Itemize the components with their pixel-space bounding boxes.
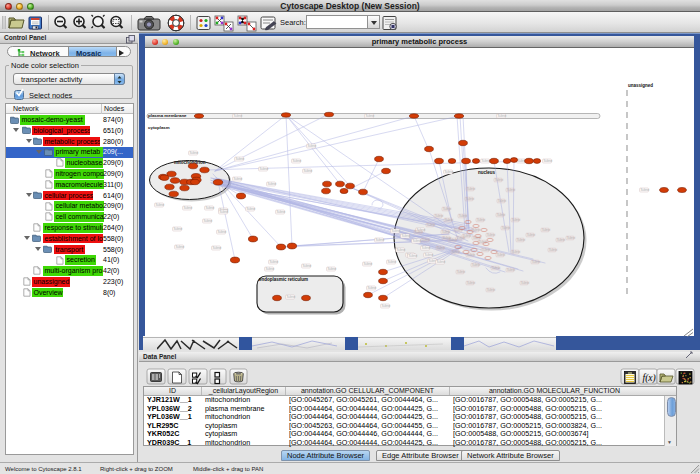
svg-text:Subnet: Subnet	[260, 167, 269, 171]
svg-text:Subnet: Subnet	[455, 228, 464, 232]
svg-text:unassigned: unassigned	[628, 83, 653, 88]
svg-text:Subnet: Subnet	[268, 182, 277, 186]
svg-text:Subnet: Subnet	[457, 270, 466, 274]
svg-text:Subnet: Subnet	[206, 206, 215, 210]
svg-text:Subnet: Subnet	[270, 260, 279, 264]
svg-text:Subnet: Subnet	[463, 234, 472, 238]
svg-text:Subnet: Subnet	[382, 304, 391, 308]
svg-text:Subnet: Subnet	[427, 223, 436, 227]
svg-text:Subnet: Subnet	[190, 151, 199, 155]
svg-text:Subnet: Subnet	[549, 248, 558, 252]
svg-text:Subnet: Subnet	[435, 214, 444, 218]
svg-text:Subnet: Subnet	[512, 218, 521, 222]
svg-text:Subnet: Subnet	[482, 159, 491, 163]
svg-text:Subnet: Subnet	[304, 169, 313, 173]
svg-text:Subnet: Subnet	[445, 218, 454, 222]
svg-text:Subnet: Subnet	[527, 233, 536, 237]
svg-text:Subnet: Subnet	[487, 288, 496, 292]
svg-text:Subnet: Subnet	[234, 177, 243, 181]
svg-text:Subnet: Subnet	[174, 227, 183, 231]
svg-text:Subnet: Subnet	[557, 238, 566, 242]
svg-text:Subnet: Subnet	[266, 267, 275, 271]
svg-text:Subnet: Subnet	[567, 236, 576, 240]
svg-text:Subnet: Subnet	[495, 178, 504, 182]
svg-text:endoplasmic reticulum: endoplasmic reticulum	[259, 277, 308, 282]
svg-text:Subnet: Subnet	[409, 254, 418, 258]
svg-text:Subnet: Subnet	[542, 228, 551, 232]
svg-text:Subnet: Subnet	[388, 260, 397, 264]
svg-text:Subnet: Subnet	[532, 260, 541, 264]
svg-text:Subnet: Subnet	[364, 262, 373, 266]
svg-text:Subnet: Subnet	[498, 114, 507, 118]
svg-text:Subnet: Subnet	[213, 246, 222, 250]
svg-text:f(x): f(x)	[643, 373, 656, 384]
svg-text:Subnet: Subnet	[479, 240, 488, 244]
svg-text:Subnet: Subnet	[376, 238, 385, 242]
svg-text:Subnet: Subnet	[422, 246, 431, 250]
svg-text:Subnet: Subnet	[328, 267, 337, 271]
svg-text:Subnet: Subnet	[472, 263, 481, 267]
svg-text:Subnet: Subnet	[392, 229, 401, 233]
svg-text:Subnet: Subnet	[422, 238, 431, 242]
svg-text:Subnet: Subnet	[184, 206, 193, 210]
svg-text:Subnet: Subnet	[176, 245, 185, 249]
svg-text:Subnet: Subnet	[497, 253, 506, 257]
svg-text:nucleus: nucleus	[478, 170, 496, 175]
svg-text:Subnet: Subnet	[247, 207, 256, 211]
svg-text:Subnet: Subnet	[466, 197, 475, 201]
svg-text:Subnet: Subnet	[397, 248, 406, 252]
svg-text:Subnet: Subnet	[204, 219, 213, 223]
svg-text:Subnet: Subnet	[473, 236, 482, 240]
svg-text:Subnet: Subnet	[467, 187, 476, 191]
svg-text:Subnet: Subnet	[425, 253, 434, 257]
svg-text:cytoplasm: cytoplasm	[148, 125, 170, 130]
svg-text:plasma membrane: plasma membrane	[148, 113, 187, 118]
svg-text:Subnet: Subnet	[234, 114, 243, 118]
svg-text:Subnet: Subnet	[467, 281, 476, 285]
svg-text:Subnet: Subnet	[459, 214, 468, 218]
svg-text:Subnet: Subnet	[445, 170, 454, 174]
svg-text:Subnet: Subnet	[156, 203, 165, 207]
svg-text:Subnet: Subnet	[517, 238, 526, 242]
svg-text:Subnet: Subnet	[442, 230, 451, 234]
svg-text:Subnet: Subnet	[368, 286, 377, 290]
svg-text:Subnet: Subnet	[277, 210, 286, 214]
svg-text:Subnet: Subnet	[437, 260, 446, 264]
svg-text:Subnet: Subnet	[507, 268, 516, 272]
svg-text:Subnet: Subnet	[415, 230, 424, 234]
svg-text:Subnet: Subnet	[402, 234, 411, 238]
svg-text:Subnet: Subnet	[512, 250, 521, 254]
svg-text:Subnet: Subnet	[443, 207, 452, 211]
svg-text:Subnet: Subnet	[452, 250, 461, 254]
svg-text:Subnet: Subnet	[308, 144, 317, 148]
svg-text:Subnet: Subnet	[218, 230, 227, 234]
svg-text:Subnet: Subnet	[293, 159, 302, 163]
svg-text:Subnet: Subnet	[443, 236, 452, 240]
svg-text:Subnet: Subnet	[641, 188, 650, 192]
svg-text:Subnet: Subnet	[413, 239, 422, 243]
svg-text:Subnet: Subnet	[467, 253, 476, 257]
svg-text:Subnet: Subnet	[287, 295, 296, 299]
svg-text:Subnet: Subnet	[437, 246, 446, 250]
svg-text:Subnet: Subnet	[497, 213, 506, 217]
svg-text:Subnet: Subnet	[487, 233, 496, 237]
svg-text:Subnet: Subnet	[303, 264, 312, 268]
svg-text:Subnet: Subnet	[498, 199, 507, 203]
svg-text:Subnet: Subnet	[544, 159, 553, 163]
svg-text:Subnet: Subnet	[477, 218, 486, 222]
svg-text:Subnet: Subnet	[220, 210, 229, 214]
svg-text:Subnet: Subnet	[236, 157, 245, 161]
svg-text:Subnet: Subnet	[492, 266, 501, 270]
svg-text:Subnet: Subnet	[507, 188, 516, 192]
svg-text:Subnet: Subnet	[521, 281, 530, 285]
svg-text:Subnet: Subnet	[366, 114, 375, 118]
svg-text:Subnet: Subnet	[482, 248, 491, 252]
svg-text:Subnet: Subnet	[502, 226, 511, 230]
